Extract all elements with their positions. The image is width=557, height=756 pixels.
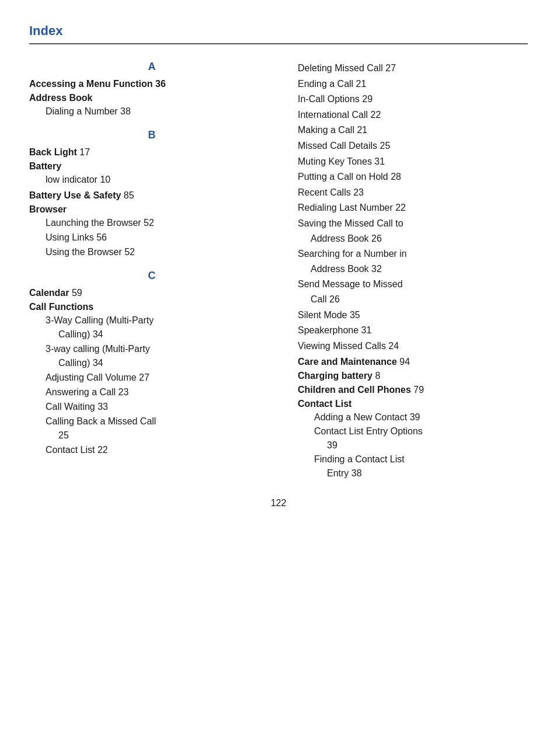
- entry-speakerphone: Speakerphone 31: [298, 323, 528, 338]
- entry-low-indicator: low indicator 10: [29, 173, 274, 187]
- entry-back-light: Back Light 17: [29, 147, 274, 158]
- entry-contact-list-entry-options: Contact List Entry Options 39: [298, 424, 528, 452]
- left-column: A Accessing a Menu Function 36 Address B…: [29, 61, 274, 480]
- entry-viewing-missed-calls: Viewing Missed Calls 24: [298, 339, 528, 354]
- entry-contact-list-22: Contact List 22: [29, 443, 274, 457]
- entry-putting-call-hold: Putting a Call on Hold 28: [298, 169, 528, 184]
- entry-contact-list-entry-options-cont: 39: [314, 440, 337, 450]
- entry-battery-use-safety: Battery Use & Safety 85: [29, 190, 274, 201]
- entry-call-functions: Call Functions: [29, 302, 274, 312]
- entry-charging-battery: Charging battery 8: [298, 371, 528, 381]
- page-number: 122: [29, 498, 528, 508]
- entry-calendar: Calendar 59: [29, 288, 274, 298]
- entry-in-call-options: In-Call Options 29: [298, 92, 528, 107]
- entry-accessing-menu: Accessing a Menu Function 36: [29, 79, 274, 89]
- entry-using-browser: Using the Browser 52: [29, 245, 274, 259]
- entry-saving-missed-call: Saving the Missed Call to Address Book 2…: [298, 216, 528, 246]
- entry-finding-contact-list: Finding a Contact List Entry 38: [298, 452, 528, 480]
- entry-calling-back-missed: Calling Back a Missed Call 25: [29, 414, 274, 443]
- section-b-letter: B: [29, 129, 274, 141]
- entry-3way-calling-2: 3-way calling (Multi-Party Calling) 34: [29, 342, 274, 370]
- entry-international-call: International Call 22: [298, 107, 528, 123]
- entry-call-waiting: Call Waiting 33: [29, 400, 274, 414]
- right-column: Deleting Missed Call 27 Ending a Call 21…: [298, 61, 528, 480]
- entry-redialing-last-number: Redialing Last Number 22: [298, 200, 528, 215]
- entry-address-book: Address Book: [29, 93, 274, 103]
- entry-number: 36: [155, 79, 166, 89]
- entry-adding-new-contact: Adding a New Contact 39: [298, 410, 528, 424]
- entry-recent-calls: Recent Calls 23: [298, 185, 528, 200]
- content-columns: A Accessing a Menu Function 36 Address B…: [29, 61, 528, 480]
- entry-dialing-number: Dialing a Number 38: [29, 104, 274, 119]
- entry-3way-calling-2-cont: Calling) 34: [46, 358, 103, 368]
- entry-launching-browser: Launching the Browser 52: [29, 216, 274, 230]
- entry-deleting-missed-call: Deleting Missed Call 27: [298, 61, 528, 76]
- entry-browser: Browser: [29, 204, 274, 215]
- page-title: Index: [29, 23, 528, 39]
- entry-saving-missed-call-cont: Address Book 26: [298, 234, 382, 243]
- entry-searching-number: Searching for a Number in Address Book 3…: [298, 246, 528, 276]
- entry-calling-back-missed-cont: 25: [46, 430, 69, 440]
- entry-using-links: Using Links 56: [29, 231, 274, 245]
- entry-silent-mode: Silent Mode 35: [298, 308, 528, 323]
- entry-adjusting-call-volume: Adjusting Call Volume 27: [29, 371, 274, 385]
- entry-send-message-missed-cont: Call 26: [298, 294, 340, 304]
- entry-battery: Battery: [29, 161, 274, 172]
- entry-making-call: Making a Call 21: [298, 123, 528, 138]
- section-a-letter: A: [29, 61, 274, 73]
- entry-ending-call: Ending a Call 21: [298, 76, 528, 92]
- entry-missed-call-details: Missed Call Details 25: [298, 138, 528, 154]
- entry-care-maintenance: Care and Maintenance 94: [298, 357, 528, 367]
- entry-send-message-missed: Send Message to Missed Call 26: [298, 277, 528, 306]
- section-c-letter: C: [29, 270, 274, 282]
- entry-children-cell-phones: Children and Cell Phones 79: [298, 385, 528, 395]
- entry-bold-text: Accessing a Menu Function: [29, 79, 153, 89]
- entry-3way-calling-1-cont: Calling) 34: [46, 329, 103, 339]
- entry-searching-number-cont: Address Book 32: [298, 264, 382, 274]
- entry-finding-contact-list-cont: Entry 38: [314, 468, 362, 478]
- title-divider: [29, 43, 528, 44]
- entry-muting-key-tones: Muting Key Tones 31: [298, 154, 528, 169]
- entry-3way-calling-1: 3-Way Calling (Multi-Party Calling) 34: [29, 313, 274, 342]
- entry-answering-call: Answering a Call 23: [29, 385, 274, 399]
- entry-contact-list-header: Contact List: [298, 399, 528, 409]
